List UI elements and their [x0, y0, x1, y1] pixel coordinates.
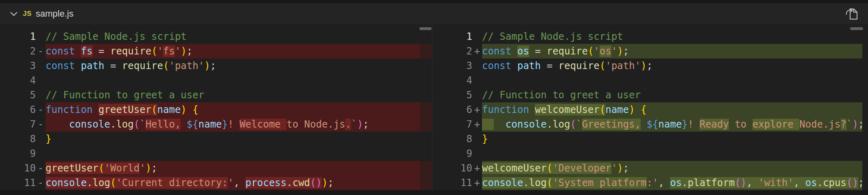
token: require: [110, 46, 151, 57]
token: 'Developer: [552, 162, 611, 174]
code-text: greetUser('World');: [46, 161, 432, 176]
token: }: [682, 119, 687, 130]
line-number: 3: [432, 58, 472, 73]
diff-marker: [36, 146, 46, 161]
collapse-button[interactable]: [8, 8, 20, 20]
bottom-edge: [0, 190, 868, 195]
token: .: [547, 119, 552, 130]
token: name: [157, 104, 181, 115]
left-scrollbar-slider[interactable]: [419, 27, 432, 30]
token: ;: [647, 60, 652, 72]
line-number: 6: [0, 102, 36, 117]
diff-marker: [36, 29, 46, 44]
left-scrollbar-track[interactable]: [420, 24, 432, 190]
token: to: [729, 119, 752, 130]
token: [93, 104, 98, 115]
code-text: [482, 146, 862, 161]
token: ;: [328, 177, 334, 188]
token: require: [558, 60, 600, 72]
token: Hello,: [146, 119, 181, 130]
code-line-left-6: 6-function greetUser(name) {: [0, 102, 432, 117]
diff-marker: [472, 88, 482, 102]
token: console: [506, 119, 547, 130]
diff-marker: -: [36, 161, 46, 176]
token: !: [228, 119, 240, 130]
token: (: [570, 119, 576, 130]
token: (: [588, 46, 593, 57]
token: function: [482, 104, 529, 115]
token: console: [69, 119, 110, 130]
token: (: [110, 177, 116, 188]
code-text: const path = require('path');: [46, 58, 432, 73]
token: greetUser: [98, 104, 151, 115]
code-text: const path = require('path');: [482, 58, 862, 73]
right-scrollbar-slider[interactable]: [850, 27, 863, 30]
diff-pane-modified[interactable]: 1// Sample Node.js script2+const os = re…: [432, 24, 868, 190]
code-text: // Sample Node.js script: [46, 29, 432, 44]
token: explore: [752, 119, 800, 130]
token: ): [204, 60, 210, 72]
token: ?: [841, 119, 846, 130]
token: const: [46, 46, 75, 57]
code-text: }: [482, 132, 862, 146]
token: {: [641, 104, 646, 115]
diff-marker: [36, 58, 46, 73]
line-number: 11: [432, 176, 472, 190]
token: [529, 104, 535, 115]
token: (: [547, 162, 552, 174]
token: ': [594, 46, 600, 57]
diff-marker: [36, 73, 46, 88]
token: ': [157, 46, 163, 57]
code-text: function greetUser(name) {: [46, 102, 432, 117]
token: ): [641, 60, 646, 72]
diff-pane-original[interactable]: 1// Sample Node.js script2-const fs = re…: [0, 24, 432, 190]
go-to-file-button[interactable]: [844, 6, 860, 22]
line-number: 1: [0, 29, 36, 44]
code-text: const os = require('os');: [482, 44, 862, 58]
code-text: [46, 146, 432, 161]
diff-marker: +: [472, 176, 482, 190]
code-line-left-7: 7- console.log(`Hello, ${name}! Welcome …: [0, 117, 432, 132]
token: console: [482, 177, 523, 188]
diff-marker: +: [472, 102, 482, 117]
code-line-left-11: 11-console.log('Current directory:', pro…: [0, 176, 432, 190]
code-text: console.log('System platform:', os.platf…: [482, 176, 862, 190]
token: ): [322, 177, 327, 188]
diff-marker: [36, 132, 46, 146]
token: [75, 46, 81, 57]
token: ;: [858, 119, 862, 130]
line-number: 8: [0, 132, 36, 146]
code-line-left-8: 8}: [0, 132, 432, 146]
token: const: [482, 60, 511, 72]
token: (): [846, 177, 858, 188]
token: [482, 119, 494, 130]
token: to: [286, 119, 304, 130]
token: =: [529, 46, 547, 57]
token: // Sample Node.js script: [482, 31, 623, 42]
token: =: [105, 60, 122, 72]
token: fs: [163, 46, 175, 57]
token: ': [611, 162, 617, 174]
code-text: console.log(`Greetings, ${name}! Ready t…: [482, 117, 862, 132]
token: =: [541, 60, 558, 72]
token: [75, 60, 81, 72]
token: ${: [647, 119, 659, 130]
line-number: 9: [432, 146, 472, 161]
token: cpus: [823, 177, 846, 188]
diff-marker: +: [472, 44, 482, 58]
token: function: [46, 104, 93, 115]
token: .: [87, 177, 92, 188]
token: Node.js: [799, 119, 840, 130]
line-number: 2: [0, 44, 36, 58]
token: (: [134, 119, 140, 130]
token: `: [576, 119, 582, 130]
token: // Function to greet a user: [46, 89, 204, 101]
token: name: [605, 104, 629, 115]
token: ,: [233, 177, 245, 188]
token: ;: [210, 60, 216, 72]
line-number: 10: [0, 161, 36, 176]
go-to-file-icon: [844, 6, 859, 22]
token: require: [122, 60, 163, 72]
token: }: [222, 119, 228, 130]
code-line-left-4: 4: [0, 73, 432, 88]
